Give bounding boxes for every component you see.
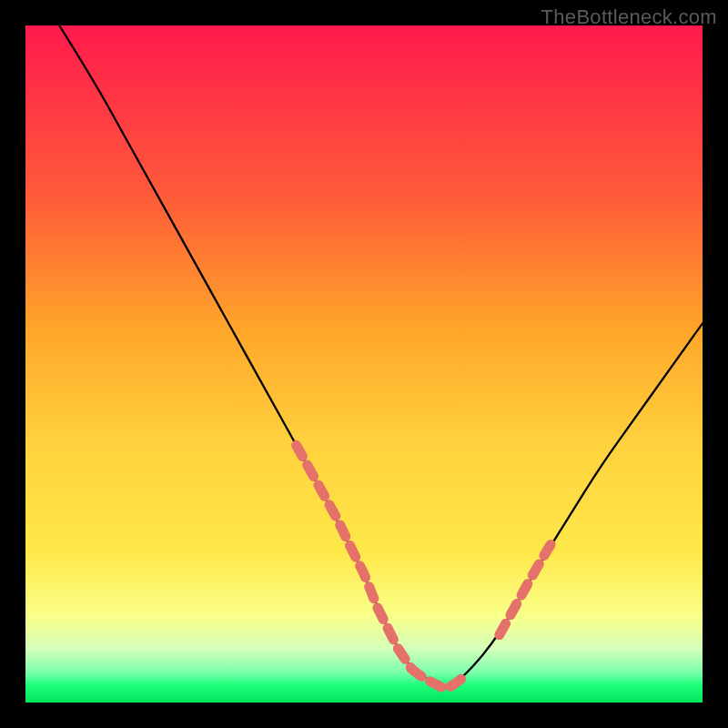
chart-stage: TheBottleneck.com [0, 0, 728, 728]
gradient-background [25, 25, 703, 703]
chart-svg [25, 25, 703, 703]
watermark-text: TheBottleneck.com [541, 5, 717, 29]
plot-area [25, 25, 703, 703]
